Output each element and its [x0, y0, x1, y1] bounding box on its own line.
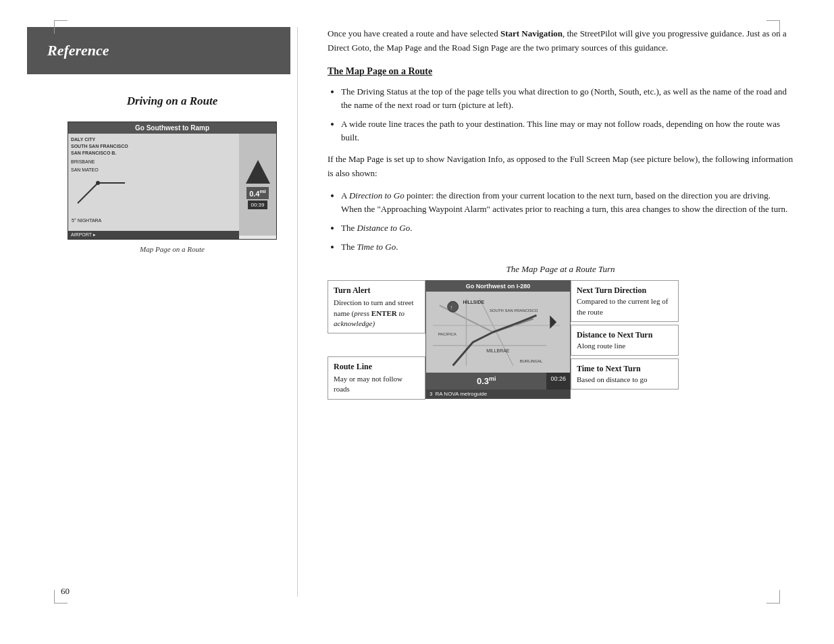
svg-point-2	[96, 181, 100, 185]
svg-text:HILLSIDE: HILLSIDE	[463, 300, 484, 305]
diagram-container: Turn Alert Direction to turn and street …	[328, 280, 793, 402]
svg-point-15	[448, 302, 459, 313]
distance-value-left: 0.4	[249, 190, 259, 198]
svg-text:SOUTH SAN FRANCISCO: SOUTH SAN FRANCISCO	[490, 309, 538, 313]
rc-title-1: Next Turn Direction	[577, 285, 673, 296]
reference-title: Reference	[47, 42, 270, 59]
route-diagram-section: The Map Page at a Route Turn Turn Alert …	[328, 264, 793, 402]
section-title-driving: Driving on a Route	[41, 95, 304, 108]
bullet-2-text: A wide route line traces the path to you…	[341, 119, 780, 142]
callout-next-turn-direction: Next Turn Direction Compared to the curr…	[571, 280, 679, 322]
bottom-label: RA NOVA metroguide	[435, 391, 487, 397]
right-column: Once you have created a route and have s…	[304, 27, 793, 617]
rc-title-2: Distance to Next Turn	[577, 329, 673, 341]
svg-line-0	[78, 183, 98, 203]
callout-turn-alert-body: Direction to turn and street name (press…	[334, 298, 414, 327]
corner-mark-br	[766, 590, 780, 603]
bullet2-2-text: The Distance to Go.	[341, 223, 412, 233]
bullet-list-2: A Direction to Go pointer: the direction…	[341, 189, 793, 254]
bullet2-item-1: A Direction to Go pointer: the direction…	[341, 189, 793, 216]
center-map-info-bar: 0.3mi 00:26	[426, 373, 570, 389]
bullet-item-1: The Driving Status at the top of the pag…	[341, 85, 793, 112]
city-south-sf: SOUTH SAN FRANCISCO	[71, 143, 236, 150]
intro-text-1: Once you have created a route and have s…	[328, 28, 500, 38]
bullet2-item-3: The Time to Go.	[341, 240, 793, 254]
callout-turn-alert: Turn Alert Direction to turn and street …	[328, 280, 425, 333]
callout-time-next-turn: Time to Next Turn Based on distance to g…	[571, 358, 679, 390]
corner-mark-tr	[766, 20, 780, 34]
time-box-left: 00:39	[248, 200, 267, 209]
center-map: Go Northwest on I-280	[425, 280, 571, 398]
bullet-1-text: The Driving Status at the top of the pag…	[341, 86, 787, 110]
diagram-title: The Map Page at a Route Turn	[328, 264, 793, 275]
city-daly: DALY CITY	[71, 136, 236, 143]
callout-route-line-body: May or may not follow roads	[334, 375, 402, 393]
rc-title-3: Time to Next Turn	[577, 363, 673, 375]
callout-route-line-title: Route Line	[334, 361, 419, 373]
callout-turn-alert-title: Turn Alert	[334, 285, 419, 296]
main-layout: Reference Driving on a Route Go Southwes…	[41, 27, 793, 617]
left-callouts: Turn Alert Direction to turn and street …	[328, 280, 425, 402]
distance-to-go-italic: Distance to Go	[357, 223, 410, 233]
map-top-bar-left: Go Southwest to Ramp	[68, 122, 276, 134]
bullet2-1-text: A Direction to Go pointer: the direction…	[341, 190, 787, 214]
label-nightara: 5° NIGHTARA	[72, 217, 101, 224]
center-map-dist: 0.3mi	[426, 373, 546, 389]
map-svg-left	[71, 176, 132, 210]
press-italic: press	[354, 309, 371, 317]
arrow-up-left	[246, 160, 270, 184]
callout-route-line: Route Line May or may not follow roads	[328, 356, 425, 400]
direction-to-go-italic: Direction to Go	[349, 190, 405, 200]
distance-box-left: 0.4mi	[246, 187, 269, 199]
map-body-left: DALY CITY SOUTH SAN FRANCISCO SAN FRANCI…	[68, 134, 276, 236]
bullet2-3-text: The Time to Go.	[341, 242, 398, 252]
page-container: Reference Driving on a Route Go Southwes…	[0, 0, 834, 644]
left-column: Reference Driving on a Route Go Southwes…	[41, 27, 304, 617]
subsection-title: The Map Page on a Route	[328, 66, 793, 77]
center-map-svg: HILLSIDE SOUTH SAN FRANCISCO PACIFICA MI…	[426, 292, 570, 373]
bottom-num: 3	[429, 391, 432, 397]
center-dist-value: 0.3	[477, 377, 489, 387]
callout-spacer	[328, 336, 425, 356]
rc-body-3: Based on distance to go	[577, 375, 647, 383]
bottom-bar-label: AIRPORT ▸	[71, 232, 96, 237]
center-map-body: HILLSIDE SOUTH SAN FRANCISCO PACIFICA MI…	[426, 292, 570, 373]
intro-paragraph: Once you have created a route and have s…	[328, 27, 793, 55]
svg-text:BURLINGAL: BURLINGAL	[520, 359, 543, 363]
enter-bold: ENTER	[371, 309, 397, 317]
city-sanmateo: SAN MATEO	[71, 167, 236, 173]
reference-header: Reference	[27, 27, 290, 74]
center-dist-unit: mi	[489, 375, 496, 382]
map-image-left: Go Southwest to Ramp DALY CITY SOUTH SAN…	[68, 122, 277, 240]
bullet2-item-2: The Distance to Go.	[341, 221, 793, 235]
city-brisbane: BRISBANE	[71, 159, 236, 165]
distance-unit-left: mi	[259, 188, 265, 194]
center-map-time: 00:26	[546, 373, 570, 389]
center-map-topbar: Go Northwest on I-280	[426, 281, 570, 292]
svg-text:MILLBRAE: MILLBRAE	[486, 348, 510, 353]
corner-mark-tl	[54, 20, 68, 34]
map-text-area-left: DALY CITY SOUTH SAN FRANCISCO SAN FRANCI…	[68, 134, 239, 236]
bullet-list-1: The Driving Status at the top of the pag…	[341, 85, 793, 145]
bullet-item-2: A wide route line traces the path to you…	[341, 117, 793, 144]
svg-text:↑: ↑	[450, 305, 453, 311]
paragraph-1: If the Map Page is set up to show Naviga…	[328, 153, 793, 181]
map-arrow-area-left: 0.4mi 00:39	[239, 134, 276, 236]
svg-text:PACIFICA: PACIFICA	[438, 332, 457, 336]
callout-distance-next-turn: Distance to Next Turn Along route line	[571, 325, 679, 356]
map-bottom-bar-left: AIRPORT ▸	[68, 231, 239, 239]
column-divider	[297, 27, 298, 597]
center-map-bottombar: 3 RA NOVA metroguide	[426, 390, 570, 398]
page-number: 60	[61, 586, 70, 597]
map-caption-left: Map Page on a Route	[41, 245, 304, 253]
time-to-go-italic: Time to Go	[357, 242, 396, 252]
rc-body-1: Compared to the current leg of the route	[577, 297, 668, 315]
intro-bold: Start Navigation	[500, 28, 563, 38]
right-callouts: Next Turn Direction Compared to the curr…	[571, 280, 679, 390]
rc-body-2: Along route line	[577, 342, 625, 350]
city-sf: SAN FRANCISCO B.	[71, 150, 236, 157]
